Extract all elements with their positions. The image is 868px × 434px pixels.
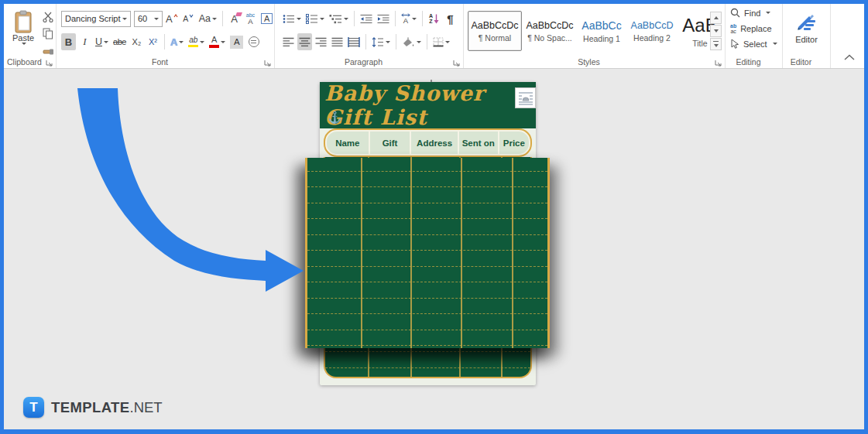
paste-button[interactable]: Paste [7,10,39,60]
clipboard-dialog-launcher[interactable] [45,56,53,65]
multilevel-list-button[interactable] [328,10,350,27]
subscript-button[interactable]: X₂ [129,33,144,50]
shrink-font-button[interactable]: A [181,10,196,27]
distribute-button[interactable] [346,33,362,50]
editor-button[interactable]: Editor [783,10,830,44]
editing-group-label: Editing [726,57,771,67]
highlight-color-button[interactable]: ab [187,33,206,50]
font-name-combo[interactable]: Dancing Script [61,11,131,27]
grow-font-button[interactable]: A [164,10,180,27]
style-normal-name: ¶ Normal [479,33,511,43]
decrease-indent-button[interactable] [359,10,374,27]
replace-label: Replace [740,24,771,33]
layout-options-button[interactable] [515,87,536,108]
styles-scroll-down-button[interactable] [710,25,722,37]
document-canvas: ⚓ Baby Shower Gift List Name Gift Addres… [4,69,864,429]
clear-formatting-button[interactable]: A [227,10,242,27]
sort-button[interactable]: AZ [427,10,441,27]
italic-button[interactable]: I [77,33,92,50]
style-heading-2[interactable]: AaBbCcD Heading 2 [628,11,676,51]
cut-icon[interactable] [41,11,55,23]
paragraph-dialog-launcher[interactable] [452,56,461,65]
brand-suffix: .NET [130,399,163,415]
template-net-logo: T TEMPLATE.NET [23,397,163,418]
header-cell-price[interactable]: Price [499,132,529,154]
header-cell-address[interactable]: Address [411,132,457,154]
paste-clipboard-icon [13,10,33,33]
font-size-combo[interactable]: 60 [134,11,163,27]
style-heading2-name: Heading 2 [633,33,671,43]
superscript-button[interactable]: X² [146,33,160,50]
style-title-name: Title [692,39,707,48]
styles-scroll-up-button[interactable] [710,12,722,24]
header-cell-gift[interactable]: Gift [370,132,410,154]
pilcrow-button[interactable]: ¶ [443,10,458,27]
font-size-value: 60 [138,14,147,23]
strikethrough-button[interactable]: abe [112,33,128,50]
align-center-button[interactable] [297,33,312,50]
paste-dropdown-caret[interactable] [22,43,26,45]
copy-icon[interactable] [41,27,55,39]
clipboard-group-label: Clipboard [4,57,45,67]
annotation-arrow [4,69,329,316]
document-title: Baby Shower Gift List [324,81,536,129]
shading-button[interactable] [400,33,423,50]
styles-gallery-expand-button[interactable] [710,38,722,50]
change-case-button[interactable]: Aa [197,10,218,27]
brand-name: TEMPLATE [51,399,130,415]
collapse-ribbon-chevron[interactable] [844,50,855,63]
cursor-icon [730,39,739,49]
style-normal[interactable]: AaBbCcDc ¶ Normal [468,11,522,51]
justify-button[interactable] [330,33,345,50]
line-spacing-button[interactable] [370,33,392,50]
paragraph-group: A AZ ¶ Paragraph [275,4,464,68]
asian-layout-button[interactable]: A [400,10,418,27]
font-group-label: Font [57,57,263,67]
select-label: Select [743,39,767,49]
align-left-button[interactable] [281,33,296,50]
editor-pencil-icon [795,10,818,32]
editor-button-label: Editor [795,35,818,44]
select-button[interactable]: Select [730,37,782,50]
find-label: Find [744,9,760,18]
phonetic-guide-button[interactable]: abcA [243,10,258,27]
style-no-spacing[interactable]: AaBbCcDc ¶ No Spac... [524,11,575,51]
style-no-spacing-name: ¶ No Spac... [527,33,572,43]
align-right-button[interactable] [314,33,328,50]
underline-button[interactable]: U [94,33,110,50]
bullets-button[interactable] [281,10,303,27]
zoomed-table-overlay [305,158,550,348]
style-no-spacing-sample: AaBbCcDc [526,20,573,31]
font-color-button[interactable]: A [208,33,227,50]
character-border-button[interactable]: A [259,10,274,27]
text-effects-button[interactable]: A [169,33,185,50]
editor-group: Editor Editor [783,4,831,68]
character-shading-button[interactable]: A [228,33,245,50]
styles-group: AaBbCcDc ¶ Normal AaBbCcDc ¶ No Spac... … [464,4,726,68]
increase-indent-button[interactable] [376,10,391,27]
find-button[interactable]: Find [730,6,782,19]
editing-group: Find abac Replace Select Editing [726,4,783,68]
header-cell-name[interactable]: Name [327,132,369,154]
ribbon: Paste Clipboard [4,4,864,69]
format-painter-icon[interactable] [41,43,55,56]
styles-dialog-launcher[interactable] [714,56,722,65]
font-name-value: Dancing Script [65,14,121,23]
font-group: Dancing Script 60 A A Aa A abcA A B I U … [57,4,275,68]
enclose-characters-button[interactable] [246,33,261,50]
style-heading-1[interactable]: AaBbCc Heading 1 [578,11,626,51]
layout-options-icon [518,91,533,106]
bold-button[interactable]: B [61,33,76,50]
borders-button[interactable] [431,33,451,50]
styles-group-label: Styles [464,57,714,67]
replace-button[interactable]: abac Replace [730,22,782,35]
template-net-badge: T [23,397,44,418]
clipboard-group: Paste Clipboard [4,4,57,68]
numbering-button[interactable] [304,10,326,27]
header-cell-sent-on[interactable]: Sent on [459,132,498,154]
anchor-icon: ⚓ [328,111,342,125]
font-dialog-launcher[interactable] [263,56,272,65]
replace-icon: abac [730,23,736,34]
paragraph-group-label: Paragraph [275,57,452,67]
paste-label: Paste [12,33,34,43]
